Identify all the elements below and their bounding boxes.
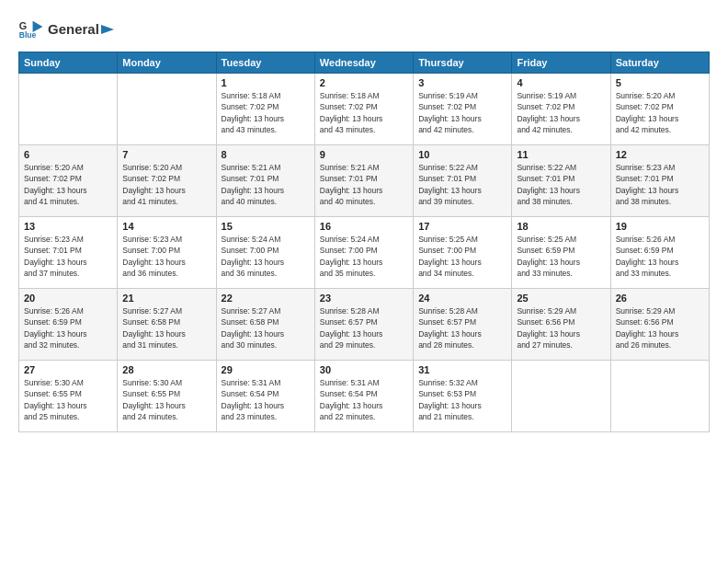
- day-info: Sunrise: 5:21 AM Sunset: 7:01 PM Dayligh…: [320, 162, 408, 207]
- calendar-cell: 24Sunrise: 5:28 AM Sunset: 6:57 PM Dayli…: [414, 289, 512, 361]
- logo: G Blue General: [18, 17, 118, 42]
- day-info: Sunrise: 5:26 AM Sunset: 6:59 PM Dayligh…: [616, 234, 704, 279]
- calendar-cell: 15Sunrise: 5:24 AM Sunset: 7:00 PM Dayli…: [216, 217, 314, 289]
- svg-text:Blue: Blue: [19, 30, 37, 40]
- week-row-2: 6Sunrise: 5:20 AM Sunset: 7:02 PM Daylig…: [19, 145, 710, 217]
- weekday-header-friday: Friday: [512, 52, 610, 74]
- calendar-table: SundayMondayTuesdayWednesdayThursdayFrid…: [18, 52, 710, 432]
- day-number: 25: [517, 293, 605, 304]
- day-info: Sunrise: 5:23 AM Sunset: 7:01 PM Dayligh…: [616, 162, 704, 207]
- calendar-cell: 16Sunrise: 5:24 AM Sunset: 7:00 PM Dayli…: [314, 217, 413, 289]
- day-number: 17: [418, 221, 506, 232]
- weekday-header-tuesday: Tuesday: [216, 52, 314, 74]
- calendar-cell: [610, 361, 709, 432]
- day-info: Sunrise: 5:20 AM Sunset: 7:02 PM Dayligh…: [122, 162, 210, 207]
- calendar-cell: [512, 361, 610, 432]
- day-number: 1: [222, 77, 310, 88]
- weekday-header-row: SundayMondayTuesdayWednesdayThursdayFrid…: [19, 52, 710, 74]
- calendar-cell: 11Sunrise: 5:22 AM Sunset: 7:01 PM Dayli…: [512, 145, 610, 217]
- day-info: Sunrise: 5:28 AM Sunset: 6:57 PM Dayligh…: [418, 305, 506, 350]
- calendar-cell: 10Sunrise: 5:22 AM Sunset: 7:01 PM Dayli…: [414, 145, 512, 217]
- day-info: Sunrise: 5:31 AM Sunset: 6:54 PM Dayligh…: [222, 377, 310, 422]
- weekday-header-thursday: Thursday: [414, 52, 512, 74]
- calendar-cell: 6Sunrise: 5:20 AM Sunset: 7:02 PM Daylig…: [19, 145, 118, 217]
- day-number: 7: [122, 149, 210, 160]
- calendar-cell: 31Sunrise: 5:32 AM Sunset: 6:53 PM Dayli…: [414, 361, 512, 432]
- day-info: Sunrise: 5:25 AM Sunset: 7:00 PM Dayligh…: [418, 234, 506, 279]
- day-number: 18: [517, 221, 605, 232]
- calendar-cell: [19, 74, 118, 145]
- day-info: Sunrise: 5:19 AM Sunset: 7:02 PM Dayligh…: [418, 90, 506, 135]
- calendar-cell: 1Sunrise: 5:18 AM Sunset: 7:02 PM Daylig…: [216, 74, 314, 145]
- weekday-header-monday: Monday: [118, 52, 216, 74]
- day-number: 12: [616, 149, 704, 160]
- calendar-cell: 30Sunrise: 5:31 AM Sunset: 6:54 PM Dayli…: [314, 361, 413, 432]
- day-number: 24: [418, 293, 506, 304]
- day-info: Sunrise: 5:23 AM Sunset: 7:01 PM Dayligh…: [24, 234, 112, 279]
- calendar-cell: 18Sunrise: 5:25 AM Sunset: 6:59 PM Dayli…: [512, 217, 610, 289]
- day-number: 6: [24, 149, 112, 160]
- calendar-cell: 14Sunrise: 5:23 AM Sunset: 7:00 PM Dayli…: [118, 217, 216, 289]
- calendar-cell: 25Sunrise: 5:29 AM Sunset: 6:56 PM Dayli…: [512, 289, 610, 361]
- weekday-header-wednesday: Wednesday: [314, 52, 413, 74]
- day-number: 15: [222, 221, 310, 232]
- day-number: 27: [24, 364, 112, 375]
- svg-marker-4: [101, 25, 114, 34]
- day-info: Sunrise: 5:20 AM Sunset: 7:02 PM Dayligh…: [24, 162, 112, 207]
- day-info: Sunrise: 5:20 AM Sunset: 7:02 PM Dayligh…: [616, 90, 704, 135]
- calendar-cell: 21Sunrise: 5:27 AM Sunset: 6:58 PM Dayli…: [118, 289, 216, 361]
- calendar-cell: [118, 74, 216, 145]
- week-row-4: 20Sunrise: 5:26 AM Sunset: 6:59 PM Dayli…: [19, 289, 710, 361]
- calendar-cell: 20Sunrise: 5:26 AM Sunset: 6:59 PM Dayli…: [19, 289, 118, 361]
- day-info: Sunrise: 5:26 AM Sunset: 6:59 PM Dayligh…: [24, 305, 112, 350]
- day-info: Sunrise: 5:22 AM Sunset: 7:01 PM Dayligh…: [418, 162, 506, 207]
- day-number: 20: [24, 293, 112, 304]
- day-number: 31: [418, 364, 506, 375]
- day-info: Sunrise: 5:29 AM Sunset: 6:56 PM Dayligh…: [616, 305, 704, 350]
- calendar-cell: 7Sunrise: 5:20 AM Sunset: 7:02 PM Daylig…: [118, 145, 216, 217]
- day-info: Sunrise: 5:18 AM Sunset: 7:02 PM Dayligh…: [320, 90, 408, 135]
- calendar-cell: 13Sunrise: 5:23 AM Sunset: 7:01 PM Dayli…: [19, 217, 118, 289]
- calendar-cell: 26Sunrise: 5:29 AM Sunset: 6:56 PM Dayli…: [610, 289, 709, 361]
- day-number: 11: [517, 149, 605, 160]
- calendar-page: G Blue General SundayMonday: [0, 0, 728, 563]
- svg-text:G: G: [19, 20, 27, 31]
- day-number: 10: [418, 149, 506, 160]
- logo-arrow-icon: [101, 23, 118, 36]
- header: G Blue General: [18, 17, 710, 42]
- day-number: 2: [320, 77, 408, 88]
- calendar-cell: 22Sunrise: 5:27 AM Sunset: 6:58 PM Dayli…: [216, 289, 314, 361]
- calendar-cell: 5Sunrise: 5:20 AM Sunset: 7:02 PM Daylig…: [610, 74, 709, 145]
- day-number: 29: [222, 364, 310, 375]
- calendar-cell: 29Sunrise: 5:31 AM Sunset: 6:54 PM Dayli…: [216, 361, 314, 432]
- day-number: 30: [320, 364, 408, 375]
- day-number: 14: [122, 221, 210, 232]
- calendar-cell: 28Sunrise: 5:30 AM Sunset: 6:55 PM Dayli…: [118, 361, 216, 432]
- logo-icon: G Blue: [18, 17, 44, 42]
- calendar-cell: 4Sunrise: 5:19 AM Sunset: 7:02 PM Daylig…: [512, 74, 610, 145]
- day-info: Sunrise: 5:32 AM Sunset: 6:53 PM Dayligh…: [418, 377, 506, 422]
- day-number: 19: [616, 221, 704, 232]
- logo-general: General: [48, 21, 118, 38]
- week-row-3: 13Sunrise: 5:23 AM Sunset: 7:01 PM Dayli…: [19, 217, 710, 289]
- day-number: 13: [24, 221, 112, 232]
- day-info: Sunrise: 5:31 AM Sunset: 6:54 PM Dayligh…: [320, 377, 408, 422]
- day-info: Sunrise: 5:25 AM Sunset: 6:59 PM Dayligh…: [517, 234, 605, 279]
- day-info: Sunrise: 5:22 AM Sunset: 7:01 PM Dayligh…: [517, 162, 605, 207]
- weekday-header-saturday: Saturday: [610, 52, 709, 74]
- calendar-cell: 9Sunrise: 5:21 AM Sunset: 7:01 PM Daylig…: [314, 145, 413, 217]
- day-number: 21: [122, 293, 210, 304]
- day-info: Sunrise: 5:30 AM Sunset: 6:55 PM Dayligh…: [24, 377, 112, 422]
- day-info: Sunrise: 5:19 AM Sunset: 7:02 PM Dayligh…: [517, 90, 605, 135]
- day-info: Sunrise: 5:27 AM Sunset: 6:58 PM Dayligh…: [122, 305, 210, 350]
- day-info: Sunrise: 5:27 AM Sunset: 6:58 PM Dayligh…: [222, 305, 310, 350]
- day-number: 3: [418, 77, 506, 88]
- day-number: 16: [320, 221, 408, 232]
- day-number: 22: [222, 293, 310, 304]
- day-info: Sunrise: 5:24 AM Sunset: 7:00 PM Dayligh…: [222, 234, 310, 279]
- week-row-5: 27Sunrise: 5:30 AM Sunset: 6:55 PM Dayli…: [19, 361, 710, 432]
- day-number: 28: [122, 364, 210, 375]
- day-info: Sunrise: 5:30 AM Sunset: 6:55 PM Dayligh…: [122, 377, 210, 422]
- calendar-cell: 12Sunrise: 5:23 AM Sunset: 7:01 PM Dayli…: [610, 145, 709, 217]
- day-number: 8: [222, 149, 310, 160]
